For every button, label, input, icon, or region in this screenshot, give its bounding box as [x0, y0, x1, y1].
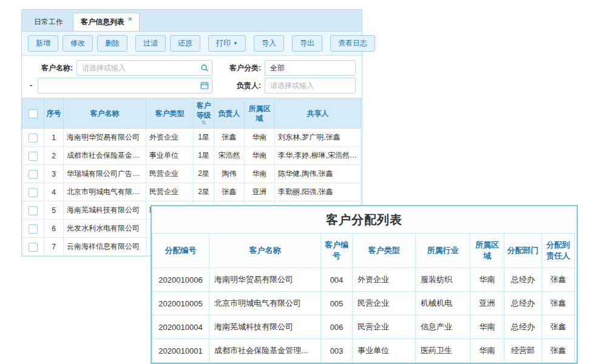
- cell-customer-name[interactable]: 海南芜城科技有限公司: [209, 315, 321, 339]
- row-checkbox[interactable]: [29, 152, 38, 161]
- row-checkbox[interactable]: [29, 243, 38, 252]
- restore-button[interactable]: 还原: [170, 35, 200, 52]
- cell-customer-name[interactable]: 华瑞城有限公司广告设计部: [64, 165, 146, 183]
- cell-customer-type: 事业单位: [353, 339, 416, 363]
- table-row[interactable]: 2020010001成都市社会保险基金管理...003事业单位医药卫生华南经营部…: [152, 339, 575, 363]
- cell-seq: 7: [44, 238, 64, 256]
- cell-region: 华南: [470, 339, 504, 363]
- cell-region: 华南: [245, 165, 275, 183]
- table-row[interactable]: 1海南明华贸易有限公司外资企业1星张鑫华南刘东林,罗广明,张鑫: [22, 129, 361, 147]
- cell-seq: 3: [44, 165, 64, 183]
- cell-seq: 4: [44, 183, 64, 201]
- table-header-row: 序号 客户名称 客户类型 客户等级 ⇅ 负责人 所属区域 共享人: [22, 98, 361, 129]
- cell-assignee[interactable]: 张鑫: [542, 339, 575, 363]
- select-all-checkbox[interactable]: [29, 109, 38, 118]
- col-shared: 共享人: [275, 98, 361, 129]
- checkbox-cell: [22, 220, 44, 238]
- filter-row-1: 客户名称: 客户分类:: [28, 60, 356, 76]
- allocation-table: 分配编号 客户名称 客户编号 客户类型 所属行业 所属区域 分配部门 分配到责任…: [152, 233, 575, 363]
- export-button[interactable]: 导出: [292, 35, 322, 52]
- cell-customer-name[interactable]: 北京市明城电气有限公司: [64, 183, 146, 201]
- cell-customer-name[interactable]: 海南芜城科技有限公司: [64, 201, 146, 220]
- row-checkbox[interactable]: [29, 133, 38, 143]
- row-checkbox[interactable]: [29, 224, 38, 234]
- col-customer-name: 客户名称: [64, 98, 146, 129]
- toolbar: 新增 修改 删除 过滤 还原 打印 ▼ 导入 导出 查看日志: [22, 32, 362, 56]
- row-checkbox[interactable]: [29, 188, 38, 197]
- view-log-button[interactable]: 查看日志: [330, 35, 375, 52]
- calendar-icon[interactable]: [200, 81, 209, 90]
- date-input[interactable]: [38, 78, 212, 93]
- cell-customer-name[interactable]: 海南明华贸易有限公司: [209, 268, 321, 292]
- cell-owner[interactable]: 陶伟: [214, 165, 245, 183]
- cell-customer-name[interactable]: 光发水利水电有限公司: [64, 220, 146, 238]
- table-row[interactable]: 2成都市社会保险基金管理...事业单位1星宋浩然华南李华,李婷,柳琳,宋浩然,张…: [22, 147, 361, 165]
- col-owner: 负责人: [214, 98, 245, 129]
- search-icon[interactable]: [200, 64, 209, 72]
- filter-button[interactable]: 过滤: [135, 35, 166, 52]
- cell-customer-type: 民营企业: [146, 165, 194, 183]
- date-input-wrap: [38, 78, 212, 93]
- table-row[interactable]: 2020010006海南明华贸易有限公司004外资企业服装纺织华南总经办张鑫: [152, 268, 575, 292]
- table-row[interactable]: 3华瑞城有限公司广告设计部民营企业2星陶伟华南陈华健,陶伟,张鑫: [22, 165, 361, 183]
- cell-owner[interactable]: 张鑫: [214, 183, 245, 201]
- cell-seq: 1: [44, 129, 64, 147]
- customer-name-label: 客户名称:: [28, 63, 73, 73]
- add-button[interactable]: 新增: [28, 35, 58, 52]
- checkbox-cell: [22, 147, 44, 165]
- col-dept: 分配部门: [504, 234, 542, 268]
- cell-customer-name[interactable]: 成都市社会保险基金管理...: [64, 147, 146, 165]
- col-customer-level: 客户等级 ⇅: [194, 98, 214, 129]
- close-icon[interactable]: ×: [128, 16, 132, 22]
- cell-cust-no: 004: [321, 268, 353, 292]
- cell-customer-name[interactable]: 北京市明城电气有限公司: [209, 292, 321, 315]
- import-button[interactable]: 导入: [254, 35, 284, 52]
- customer-category-select[interactable]: [265, 60, 356, 76]
- cell-region: 华南: [470, 315, 504, 339]
- cell-assignee[interactable]: 张鑫: [542, 292, 575, 315]
- cell-assignee[interactable]: 张鑫: [542, 268, 575, 292]
- delete-button[interactable]: 删除: [97, 35, 127, 52]
- tab-daily-work[interactable]: 日常工作: [27, 13, 70, 31]
- table-row[interactable]: 2020010005北京市明城电气有限公司005民营企业机械机电亚洲总经办张鑫: [152, 292, 575, 315]
- sort-icon[interactable]: ⇅: [195, 120, 212, 126]
- cell-industry: 医药卫生: [416, 339, 470, 363]
- row-checkbox[interactable]: [29, 206, 38, 215]
- cell-region: 华南: [245, 129, 275, 147]
- table-row[interactable]: 2020010004海南芜城科技有限公司006民营企业信息产业华南总经办张鑫: [152, 315, 575, 339]
- customer-name-input[interactable]: [76, 60, 212, 76]
- cell-cust-no: 005: [321, 292, 353, 315]
- cell-alloc-no[interactable]: 2020010001: [152, 339, 209, 363]
- cell-customer-name[interactable]: 成都市社会保险基金管理...: [209, 339, 321, 363]
- cell-owner[interactable]: 张鑫: [214, 129, 245, 147]
- cell-alloc-no[interactable]: 2020010005: [152, 292, 209, 315]
- cell-level: 2星: [194, 165, 214, 183]
- cell-customer-name[interactable]: 云南海祥信息有限公司: [64, 238, 146, 256]
- cell-seq: 5: [44, 201, 64, 220]
- cell-alloc-no[interactable]: 2020010006: [152, 268, 209, 292]
- filter-area: 客户名称: 客户分类: -: [22, 56, 362, 98]
- row-checkbox[interactable]: [29, 170, 38, 179]
- owner-input[interactable]: [265, 78, 356, 93]
- cell-customer-type: 事业单位: [146, 147, 194, 165]
- edit-button[interactable]: 修改: [63, 35, 93, 52]
- cell-dept: 总经办: [504, 268, 542, 292]
- cell-assignee[interactable]: 张鑫: [542, 315, 575, 339]
- table-row[interactable]: 4北京市明城电气有限公司民营企业2星张鑫亚洲李勤丽,阳强,张鑫: [22, 183, 361, 201]
- print-button[interactable]: 打印 ▼: [208, 35, 246, 52]
- tab-label: 客户信息列表: [81, 17, 124, 27]
- col-region: 所属区域: [245, 98, 275, 129]
- cell-industry: 服装纺织: [416, 268, 470, 292]
- checkbox-cell: [22, 165, 44, 183]
- allocation-title: 客户分配列表: [152, 206, 577, 233]
- col-customer-level-label: 客户等级: [197, 101, 211, 120]
- cell-dept: 总经办: [504, 292, 542, 315]
- cell-customer-type: 外资企业: [353, 268, 416, 292]
- cell-owner[interactable]: 宋浩然: [214, 147, 245, 165]
- cell-customer-name[interactable]: 海南明华贸易有限公司: [64, 129, 146, 147]
- col-assignee: 分配到责任人: [542, 234, 575, 268]
- tab-customer-info-list[interactable]: 客户信息列表 ×: [73, 13, 140, 31]
- cell-region: 华南: [470, 268, 504, 292]
- customer-name-input-wrap: [76, 60, 212, 76]
- cell-alloc-no[interactable]: 2020010004: [152, 315, 209, 339]
